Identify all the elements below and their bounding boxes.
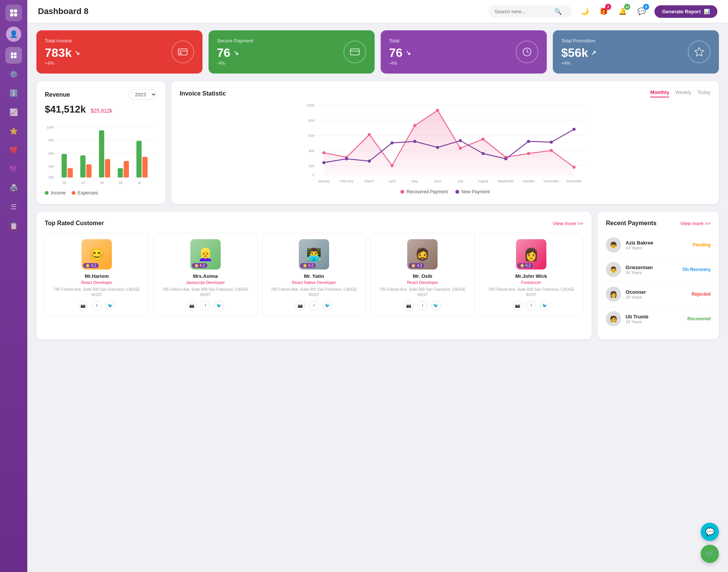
fab-support[interactable]: 💬 <box>701 523 719 541</box>
fab-cart[interactable]: 🛒 <box>701 545 719 563</box>
sidebar-item-saved[interactable]: 💜 <box>5 161 22 177</box>
svg-rect-6 <box>350 49 359 55</box>
sidebar-item-analytics[interactable]: 📈 <box>5 104 22 121</box>
content-area: Total invoice 783k ↘ +4% Secure Payment <box>27 23 728 572</box>
income-dot <box>45 191 49 195</box>
svg-point-60 <box>413 140 416 143</box>
instagram-4[interactable]: 📷 <box>513 301 522 310</box>
rating-badge-4: ⭐ 4.2 <box>518 263 533 268</box>
payments-view-more[interactable]: View more >> <box>680 221 711 226</box>
sidebar-logo[interactable] <box>5 5 22 21</box>
facebook-0[interactable]: f <box>92 301 102 310</box>
svg-text:600: 600 <box>49 152 54 155</box>
svg-rect-25 <box>124 161 129 177</box>
year-select[interactable]: 202320222021 <box>129 89 157 100</box>
twitter-2[interactable]: 🐦 <box>323 301 333 310</box>
twitter-0[interactable]: 🐦 <box>105 301 115 310</box>
svg-rect-0 <box>10 9 13 13</box>
svg-rect-18 <box>61 154 67 177</box>
svg-rect-1 <box>14 9 17 13</box>
twitter-1[interactable]: 🐦 <box>214 301 224 310</box>
svg-text:September: September <box>497 179 514 183</box>
avatar[interactable]: 👤 <box>6 27 21 42</box>
svg-rect-4 <box>178 49 187 55</box>
sidebar-item-dashboard[interactable] <box>5 47 22 64</box>
customer-socials-2: 📷 f 🐦 <box>266 301 362 310</box>
svg-text:April: April <box>389 179 395 183</box>
sidebar-item-likes[interactable]: ❤️ <box>5 142 22 158</box>
twitter-3[interactable]: 🐦 <box>431 301 441 310</box>
legend-income: Income <box>45 190 66 196</box>
facebook-3[interactable]: f <box>417 301 427 310</box>
new-payment-label: New Payment <box>461 189 490 194</box>
facebook-1[interactable]: f <box>201 301 210 310</box>
bell-icon-button[interactable]: 🔔 12 <box>616 5 629 18</box>
svg-point-54 <box>550 149 553 152</box>
instagram-1[interactable]: 📷 <box>187 301 197 310</box>
svg-text:March: March <box>364 179 374 183</box>
payment-name-0: Aziz Bakree <box>626 240 688 246</box>
sidebar-item-reports[interactable]: 📋 <box>5 218 22 234</box>
chat-icon-button[interactable]: 💬 5 <box>635 5 648 18</box>
recovered-dot <box>400 190 404 194</box>
svg-point-53 <box>527 152 530 155</box>
chart-icon: 📊 <box>704 9 710 14</box>
customers-view-more[interactable]: View more >> <box>553 221 583 226</box>
legend-new-payment: New Payment <box>455 189 490 194</box>
stat-trend-1: ↘ <box>234 49 238 56</box>
bar-chart-legend: Income Expenses <box>45 190 157 196</box>
customer-socials-4: 📷 f 🐦 <box>483 301 579 310</box>
tab-today[interactable]: Today <box>697 89 711 97</box>
customer-name-0: Mr.Hariom <box>49 273 144 279</box>
gift-icon-button[interactable]: 🎁 2 <box>597 5 610 18</box>
customer-card-3: 🧔 ⭐ 4.2 Mr. Osib React Developer 795 Fol… <box>370 233 474 317</box>
theme-toggle-button[interactable]: 🌙 <box>578 5 592 18</box>
stat-label-1: Secure Payment <box>217 38 253 44</box>
svg-text:0: 0 <box>312 173 314 177</box>
sidebar-item-menu[interactable]: ☰ <box>5 199 22 215</box>
tab-monthly[interactable]: Monthly <box>650 89 669 97</box>
revenue-amounts: $41,512k $25,612k <box>45 103 157 115</box>
customer-role-0: React Developer <box>49 280 144 285</box>
svg-rect-26 <box>136 141 142 177</box>
svg-rect-2 <box>10 13 13 16</box>
sidebar-item-info[interactable]: ℹ️ <box>5 85 22 102</box>
generate-report-button[interactable]: Generate Report 📊 <box>654 5 717 18</box>
sidebar-item-favorites[interactable]: ⭐ <box>5 123 22 139</box>
stat-sub-2: -4% <box>389 61 411 66</box>
payment-age-0: 24 Years <box>626 246 688 250</box>
stat-icon-2 <box>516 41 538 63</box>
customer-socials-1: 📷 f 🐦 <box>157 301 253 310</box>
tab-weekly[interactable]: Weekly <box>675 89 691 97</box>
customer-name-3: Mr. Osib <box>375 273 470 279</box>
svg-text:November: November <box>543 179 559 183</box>
instagram-2[interactable]: 📷 <box>295 301 305 310</box>
svg-point-63 <box>482 152 485 155</box>
customer-name-4: Mr.John Wick <box>483 273 579 279</box>
instagram-0[interactable]: 📷 <box>78 301 88 310</box>
facebook-2[interactable]: f <box>309 301 319 310</box>
revenue-compare: $25,612k <box>91 108 113 114</box>
sidebar-item-settings[interactable]: ⚙️ <box>5 66 22 83</box>
svg-text:800: 800 <box>49 138 54 142</box>
svg-point-62 <box>459 139 462 142</box>
sidebar: 👤 ⚙️ ℹ️ 📈 ⭐ ❤️ 💜 🖨️ ☰ 📋 <box>0 0 27 572</box>
search-input[interactable] <box>494 9 551 14</box>
payment-status-0: Pending <box>693 242 711 248</box>
sidebar-item-print[interactable]: 🖨️ <box>5 180 22 196</box>
rating-badge-2: ⭐ 4.2 <box>300 263 316 268</box>
legend-recovered: Recovered Payment <box>400 189 448 194</box>
facebook-4[interactable]: f <box>526 301 536 310</box>
twitter-4[interactable]: 🐦 <box>540 301 550 310</box>
payment-info-3: Uli Trumb 24 Years <box>626 314 683 324</box>
payment-item-0: 👦 Aziz Bakree 24 Years Pending <box>606 233 711 257</box>
payment-avatar-1: 👨 <box>606 262 621 277</box>
instagram-3[interactable]: 📷 <box>404 301 414 310</box>
svg-text:May: May <box>411 179 418 183</box>
stat-label-0: Total invoice <box>45 38 80 44</box>
payment-name-2: Oconner <box>626 289 687 295</box>
customer-address-2: 795 Folsom Ave, Suite 600 San Francisco,… <box>266 287 362 298</box>
svg-point-61 <box>436 146 439 149</box>
stat-value-0: 783k <box>45 46 72 60</box>
rating-badge-3: ⭐ 4.2 <box>409 263 424 268</box>
